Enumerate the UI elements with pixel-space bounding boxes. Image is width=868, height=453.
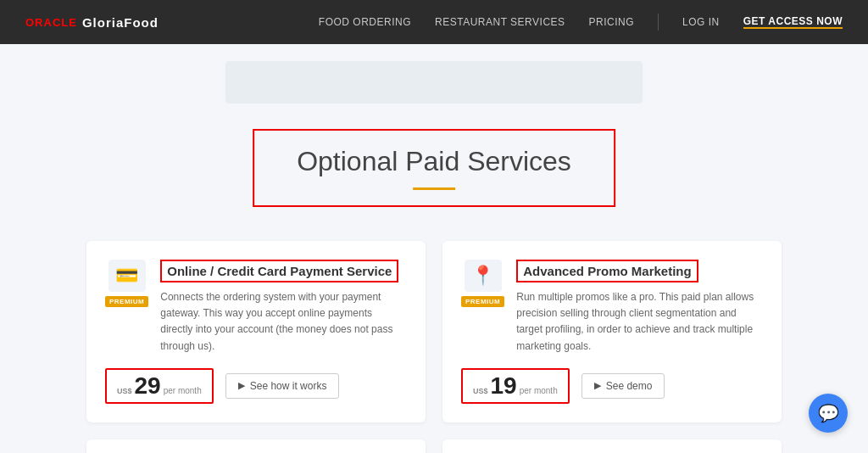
see-btn-label: See demo — [606, 380, 653, 392]
card-desc: Run multiple promos like a pro. This pai… — [516, 289, 763, 355]
service-card-sales-website: 🖥 PREMIUM Sales Optimized Website Instan… — [86, 439, 426, 453]
card-title-desc: Online / Credit Card Payment Service Con… — [160, 260, 407, 355]
see-btn-label: See how it works — [250, 380, 327, 392]
premium-badge: PREMIUM — [461, 296, 504, 307]
promo-marketing-icon: 📍 — [465, 260, 502, 292]
nav-restaurant-services[interactable]: RESTAURANT SERVICES — [435, 16, 565, 28]
card-footer: US$ 29 per month ▶ See how it works — [105, 368, 407, 404]
see-how-it-works-button[interactable]: ▶ See how it works — [225, 373, 340, 399]
price-period: per month — [164, 386, 202, 395]
price-currency: US$ — [473, 387, 488, 395]
price-amount: 29 — [135, 374, 161, 398]
oracle-brand: ORACLE — [25, 16, 77, 29]
play-icon: ▶ — [238, 380, 245, 391]
price-period: per month — [520, 386, 558, 395]
top-bar-placeholder — [225, 61, 643, 103]
card-title-desc: Advanced Promo Marketing Run multiple pr… — [516, 260, 763, 355]
card-header: 💳 PREMIUM Online / Credit Card Payment S… — [105, 260, 407, 355]
service-card-mobile-apps: 📱 PREMIUM Branded Mobile Apps Recommend … — [442, 439, 782, 453]
navbar: ORACLE GloriaFood FOOD ORDERING RESTAURA… — [0, 0, 868, 44]
site-logo: ORACLE GloriaFood — [25, 15, 159, 30]
price-box: US$ 19 per month — [461, 368, 570, 404]
card-desc: Connects the ordering system with your p… — [160, 289, 407, 355]
card-title: Online / Credit Card Payment Service — [160, 260, 398, 282]
price-amount: 19 — [491, 374, 517, 398]
card-header: 📍 PREMIUM Advanced Promo Marketing Run m… — [461, 260, 763, 355]
section-title: Optional Paid Services — [297, 146, 571, 177]
price-currency: US$ — [117, 387, 132, 395]
service-card-credit-card: 💳 PREMIUM Online / Credit Card Payment S… — [86, 241, 426, 422]
title-underline — [413, 187, 455, 190]
section-title-wrapper: Optional Paid Services — [253, 129, 615, 207]
chat-icon: 💬 — [818, 403, 839, 423]
play-icon: ▶ — [594, 380, 601, 391]
premium-badge: PREMIUM — [105, 296, 148, 307]
credit-card-icon: 💳 — [108, 260, 146, 292]
get-access-button[interactable]: GET ACCESS NOW — [743, 15, 843, 29]
nav-food-ordering[interactable]: FOOD ORDERING — [319, 16, 411, 28]
nav-pricing[interactable]: PRICING — [589, 16, 635, 28]
login-link[interactable]: LOG IN — [682, 16, 720, 28]
chat-button[interactable]: 💬 — [809, 394, 848, 433]
card-footer: US$ 19 per month ▶ See demo — [461, 368, 763, 404]
services-grid: 💳 PREMIUM Online / Credit Card Payment S… — [86, 241, 782, 453]
nav-divider — [658, 14, 659, 31]
service-card-promo-marketing: 📍 PREMIUM Advanced Promo Marketing Run m… — [442, 241, 782, 422]
card-title: Advanced Promo Marketing — [516, 260, 698, 282]
see-demo-button[interactable]: ▶ See demo — [581, 373, 665, 399]
price-box: US$ 29 per month — [105, 368, 214, 404]
nav-links: FOOD ORDERING RESTAURANT SERVICES PRICIN… — [319, 14, 843, 31]
gloria-food-brand: GloriaFood — [82, 15, 159, 30]
icon-wrapper: 💳 PREMIUM — [105, 260, 148, 307]
page-content: Optional Paid Services 💳 PREMIUM Online … — [70, 44, 798, 453]
icon-wrapper: 📍 PREMIUM — [461, 260, 504, 307]
